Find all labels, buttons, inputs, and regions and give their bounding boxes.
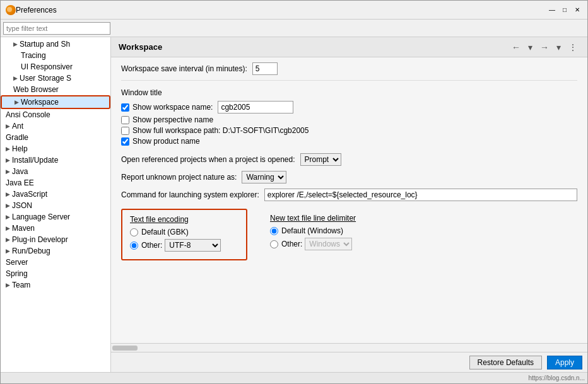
bottom-bar: Restore Defaults Apply — [111, 352, 587, 372]
main-content: ▶ Startup and Sh Tracing UI Responsiver … — [1, 37, 587, 372]
sidebar-item-json[interactable]: ▶ JSON — [1, 200, 110, 211]
arrow-icon: ▶ — [15, 99, 19, 105]
sidebar-item-label: Web Browser — [13, 85, 59, 94]
encoding-section: Text file encoding Default (GBK) Other: … — [121, 209, 577, 260]
show-product-name-row: Show product name — [121, 137, 577, 146]
arrow-icon: ▶ — [6, 214, 10, 220]
arrow-icon: ▶ — [6, 191, 10, 197]
sidebar-item-install-update[interactable]: ▶ Install/Update — [1, 154, 110, 166]
arrow-icon: ▶ — [6, 225, 10, 231]
delimiter-other-radio[interactable] — [270, 240, 278, 248]
arrow-icon: ▶ — [13, 75, 18, 81]
show-product-name-label: Show product name — [132, 137, 200, 146]
forward-button[interactable]: → — [538, 41, 551, 54]
sidebar-item-help[interactable]: ▶ Help — [1, 143, 110, 154]
show-perspective-name-checkbox[interactable] — [121, 116, 129, 124]
arrow-icon: ▶ — [6, 236, 10, 243]
sidebar-item-label: Ansi Console — [6, 110, 50, 119]
show-full-path-checkbox[interactable] — [121, 127, 129, 135]
restore-defaults-button[interactable]: Restore Defaults — [469, 356, 542, 369]
sidebar-item-plugin-dev[interactable]: ▶ Plug-in Developr — [1, 234, 110, 245]
sidebar-item-label: Server — [6, 258, 28, 267]
sidebar-item-team[interactable]: ▶ Team — [1, 279, 110, 291]
arrow-icon: ▶ — [6, 202, 10, 209]
back-button[interactable]: ← — [509, 41, 523, 54]
delimiter-default-row: Default (Windows) — [270, 226, 381, 235]
show-full-path-label: Show full workspace path: D:\JT-SOFT\GIT… — [132, 126, 309, 135]
sidebar: ▶ Startup and Sh Tracing UI Responsiver … — [1, 37, 111, 372]
arrow-icon: ▶ — [6, 123, 10, 129]
delimiter-other-row: Other: Windows Unix Mac — [270, 238, 381, 250]
more-button[interactable]: ⋮ — [566, 41, 580, 54]
command-label: Command for launching system explorer: — [121, 190, 259, 199]
sidebar-item-javascript[interactable]: ▶ JavaScript — [1, 189, 110, 200]
sidebar-item-ui-responsiveness[interactable]: UI Responsiver — [1, 61, 110, 73]
close-button[interactable]: ✕ — [572, 5, 582, 15]
sidebar-item-label: Maven — [12, 224, 35, 233]
open-referenced-select[interactable]: Prompt Always Never — [300, 153, 341, 166]
delimiter-default-radio[interactable] — [270, 227, 278, 235]
open-referenced-row: Open referenced projects when a project … — [121, 153, 577, 166]
save-interval-input[interactable] — [252, 62, 278, 75]
show-workspace-name-row: Show workspace name: — [121, 101, 577, 113]
encoding-other-row: Other: UTF-8 GBK UTF-16 ISO-8859-1 — [130, 239, 238, 252]
text-encoding-title: Text file encoding — [130, 215, 238, 224]
show-product-name-checkbox[interactable] — [121, 137, 129, 146]
sidebar-item-run-debug[interactable]: ▶ Run/Debug — [1, 245, 110, 257]
line-delimiter-title: New text file line delimiter — [270, 214, 381, 223]
delimiter-default-label: Default (Windows) — [281, 226, 343, 235]
minimize-button[interactable]: — — [547, 5, 557, 15]
report-unknown-select[interactable]: Warning Error Ignore — [242, 171, 286, 183]
maximize-button[interactable]: □ — [560, 5, 570, 15]
status-bar: https://blog.csdn.n... — [1, 372, 587, 383]
encoding-other-radio[interactable] — [130, 241, 138, 250]
content-header: Workspace ← ▾ → ▾ ⋮ — [111, 37, 587, 57]
sidebar-item-tracing[interactable]: Tracing — [1, 50, 110, 61]
encoding-default-label: Default (GBK) — [141, 228, 189, 236]
sidebar-item-server[interactable]: Server — [1, 257, 110, 268]
horizontal-scrollbar[interactable] — [111, 343, 587, 352]
command-row: Command for launching system explorer: — [121, 189, 577, 201]
sidebar-item-maven[interactable]: ▶ Maven — [1, 223, 110, 234]
command-input[interactable] — [264, 189, 577, 201]
content-title: Workspace — [119, 42, 162, 52]
sidebar-item-java-ee[interactable]: Java EE — [1, 177, 110, 189]
sidebar-item-label: Workspace — [21, 98, 59, 107]
show-workspace-name-checkbox[interactable] — [121, 103, 129, 112]
sidebar-item-ansi-console[interactable]: Ansi Console — [1, 109, 110, 120]
content-body: Workspace save interval (in minutes): Wi… — [111, 57, 587, 343]
encoding-other-select[interactable]: UTF-8 GBK UTF-16 ISO-8859-1 — [165, 239, 221, 252]
workspace-name-input[interactable] — [218, 101, 293, 113]
app-icon — [6, 5, 16, 15]
window-controls: — □ ✕ — [547, 5, 582, 15]
show-perspective-name-label: Show perspective name — [132, 115, 213, 124]
sidebar-item-startup[interactable]: ▶ Startup and Sh — [1, 38, 110, 50]
encoding-default-radio[interactable] — [130, 228, 138, 236]
sidebar-item-web-browser[interactable]: Web Browser — [1, 84, 110, 95]
arrow-icon: ▶ — [6, 146, 10, 152]
sidebar-item-workspace[interactable]: ▶ Workspace — [1, 95, 110, 109]
sidebar-item-gradle[interactable]: Gradle — [1, 132, 110, 143]
nav-dropdown2[interactable]: ▾ — [554, 41, 563, 54]
apply-button[interactable]: Apply — [547, 356, 582, 369]
sidebar-item-label: Java EE — [6, 178, 34, 187]
sidebar-item-spring[interactable]: Spring — [1, 268, 110, 279]
encoding-other-label: Other: — [141, 241, 162, 250]
arrow-icon: ▶ — [6, 282, 10, 288]
sidebar-item-java[interactable]: ▶ Java — [1, 166, 110, 177]
show-full-path-row: Show full workspace path: D:\JT-SOFT\GIT… — [121, 126, 577, 135]
search-input[interactable] — [3, 22, 110, 35]
sidebar-item-label: JSON — [12, 201, 32, 210]
preferences-window: Preferences — □ ✕ ▶ Startup and Sh Traci… — [0, 0, 588, 384]
sidebar-item-label: JavaScript — [12, 190, 47, 199]
sidebar-item-label: Tracing — [21, 51, 46, 60]
delimiter-other-select[interactable]: Windows Unix Mac — [305, 238, 352, 250]
sidebar-item-ant[interactable]: ▶ Ant — [1, 120, 110, 132]
arrow-icon: ▶ — [6, 248, 10, 254]
sidebar-item-language-server[interactable]: ▶ Language Server — [1, 211, 110, 223]
h-scrollbar-thumb[interactable] — [112, 346, 138, 351]
sidebar-item-user-storage[interactable]: ▶ User Storage S — [1, 73, 110, 84]
search-toolbar — [1, 20, 587, 37]
show-perspective-name-row: Show perspective name — [121, 115, 577, 124]
nav-dropdown[interactable]: ▾ — [526, 41, 535, 54]
